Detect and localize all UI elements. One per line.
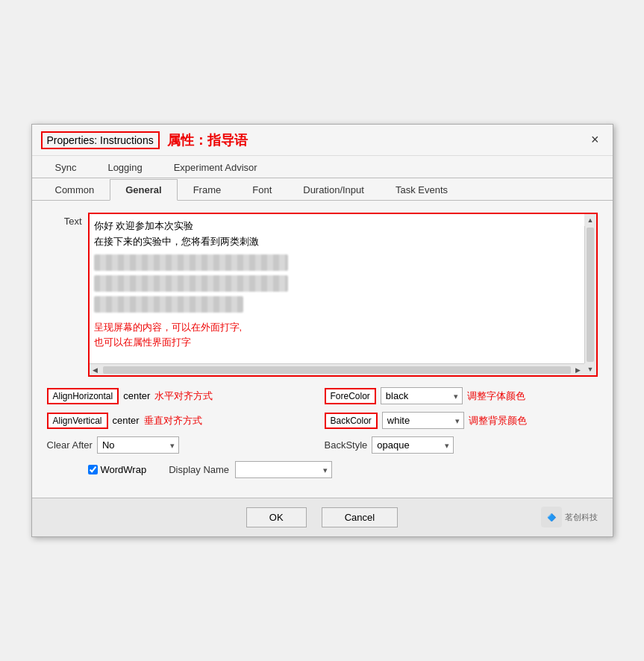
forecolor-select[interactable]: black white red blue bbox=[381, 387, 463, 404]
forecolor-annotation: 调整字体颜色 bbox=[467, 389, 525, 403]
align-vertical-label: AlignVertical bbox=[47, 413, 108, 429]
align-h-section: AlignHorizontal center 水平对齐方式 bbox=[47, 388, 320, 404]
clearafter-label: Clear After bbox=[47, 439, 93, 451]
align-v-section: AlignVertical center 垂直对齐方式 bbox=[47, 413, 320, 429]
tab-task-events[interactable]: Task Events bbox=[380, 179, 463, 201]
dialog-title-chinese: 属性：指导语 bbox=[167, 131, 248, 149]
backcolor-section: BackColor white black red blue 调整背景颜色 bbox=[325, 412, 598, 429]
clearafter-backstyle-row: Clear After No Yes BackStyle opaque tran… bbox=[47, 436, 598, 454]
text-editor-inner: 你好 欢迎参加本次实验 在接下来的实验中，您将看到两类刺激 呈现屏幕的内容，可以… bbox=[90, 214, 596, 375]
clearafter-section: Clear After No Yes bbox=[47, 436, 320, 454]
backcolor-label: BackColor bbox=[325, 413, 378, 429]
align-v-backcolor-row: AlignVertical center 垂直对齐方式 BackColor wh… bbox=[47, 412, 598, 429]
blurred-content-2 bbox=[94, 275, 288, 292]
close-button[interactable]: × bbox=[587, 131, 604, 149]
backstyle-label: BackStyle bbox=[325, 439, 368, 451]
backcolor-annotation: 调整背景颜色 bbox=[469, 414, 527, 427]
tab-experiment-advisor[interactable]: Experiment Advisor bbox=[158, 157, 273, 178]
note-line-2: 也可以在属性界面打字 bbox=[94, 335, 581, 351]
tab-sync[interactable]: Sync bbox=[40, 157, 93, 178]
backstyle-select[interactable]: opaque transparent bbox=[372, 436, 454, 454]
backstyle-section: BackStyle opaque transparent bbox=[325, 436, 598, 454]
footer: OK Cancel bbox=[32, 498, 613, 536]
backcolor-select-wrapper: white black red blue bbox=[382, 412, 464, 429]
note-line-1: 呈现屏幕的内容，可以在外面打字, bbox=[94, 320, 581, 336]
tab-general[interactable]: General bbox=[110, 179, 177, 201]
backcolor-select[interactable]: white black red blue bbox=[382, 412, 464, 429]
scroll-left-arrow[interactable]: ◀ bbox=[90, 364, 101, 376]
scroll-thumb-h[interactable] bbox=[103, 366, 571, 374]
scrollbar-horizontal[interactable]: ◀ ▶ bbox=[90, 363, 584, 375]
backstyle-select-wrapper: opaque transparent bbox=[372, 436, 454, 454]
note-text: 呈现屏幕的内容，可以在外面打字, 也可以在属性界面打字 bbox=[94, 320, 581, 351]
watermark-icon: 🔷 bbox=[541, 507, 562, 527]
tab-logging[interactable]: Logging bbox=[92, 157, 157, 178]
tab-common[interactable]: Common bbox=[40, 179, 110, 201]
wordwrap-displayname-row: WordWrap Display Name bbox=[47, 461, 598, 478]
tabs-row-2: Common General Frame Font Duration/Input… bbox=[32, 178, 613, 201]
wordwrap-text: WordWrap bbox=[101, 464, 147, 475]
title-bar: Properties: Instructions 属性：指导语 × bbox=[32, 125, 613, 156]
dialog-title: Properties: Instructions bbox=[41, 131, 160, 149]
text-line-2: 在接下来的实验中，您将看到两类刺激 bbox=[94, 234, 581, 250]
scroll-right-arrow[interactable]: ▶ bbox=[572, 364, 584, 376]
text-section: Text ▲ ▼ 你好 欢迎参加本次实验 在接下来的实验中，您将看到两类刺激 呈… bbox=[47, 213, 598, 377]
title-left: Properties: Instructions 属性：指导语 bbox=[41, 131, 248, 149]
content-area: Text ▲ ▼ 你好 欢迎参加本次实验 在接下来的实验中，您将看到两类刺激 呈… bbox=[32, 201, 613, 498]
tab-frame[interactable]: Frame bbox=[178, 179, 237, 201]
forecolor-label: ForeColor bbox=[325, 388, 376, 404]
display-name-row: Display Name bbox=[169, 461, 332, 478]
footer-wrapper: OK Cancel 🔷 茗创科技 bbox=[32, 498, 613, 536]
clearafter-select-wrapper: No Yes bbox=[97, 436, 179, 454]
forecolor-select-wrapper: black white red blue bbox=[381, 387, 463, 404]
tabs-row-1: Sync Logging Experiment Advisor bbox=[32, 156, 613, 178]
dialog-window: Properties: Instructions 属性：指导语 × Sync L… bbox=[31, 124, 613, 537]
display-name-label: Display Name bbox=[169, 464, 229, 475]
text-line-1: 你好 欢迎参加本次实验 bbox=[94, 219, 581, 234]
tab-font[interactable]: Font bbox=[237, 179, 287, 201]
text-editor[interactable]: ▲ ▼ 你好 欢迎参加本次实验 在接下来的实验中，您将看到两类刺激 呈现屏幕的内… bbox=[88, 213, 598, 377]
blurred-content-3 bbox=[94, 296, 243, 313]
tab-duration-input[interactable]: Duration/Input bbox=[287, 179, 380, 201]
align-horizontal-chinese: 水平对齐方式 bbox=[154, 389, 213, 403]
align-h-forecolor-row: AlignHorizontal center 水平对齐方式 ForeColor … bbox=[47, 387, 598, 404]
align-vertical-chinese: 垂直对齐方式 bbox=[144, 414, 202, 427]
align-horizontal-value: center bbox=[123, 390, 150, 401]
display-name-select[interactable] bbox=[235, 461, 332, 478]
clearafter-select[interactable]: No Yes bbox=[97, 436, 179, 454]
blurred-content-1 bbox=[94, 254, 288, 271]
align-vertical-value: center bbox=[113, 415, 140, 426]
cancel-button[interactable]: Cancel bbox=[322, 507, 398, 527]
text-label: Text bbox=[47, 213, 88, 227]
wordwrap-label[interactable]: WordWrap bbox=[88, 464, 147, 475]
watermark: 🔷 茗创科技 bbox=[541, 507, 598, 527]
watermark-text: 茗创科技 bbox=[565, 512, 598, 523]
display-name-select-wrapper bbox=[235, 461, 332, 478]
align-horizontal-label: AlignHorizontal bbox=[47, 388, 119, 404]
wordwrap-checkbox[interactable] bbox=[88, 465, 98, 474]
ok-button[interactable]: OK bbox=[246, 507, 307, 527]
forecolor-section: ForeColor black white red blue 调整字体颜色 bbox=[325, 387, 598, 404]
